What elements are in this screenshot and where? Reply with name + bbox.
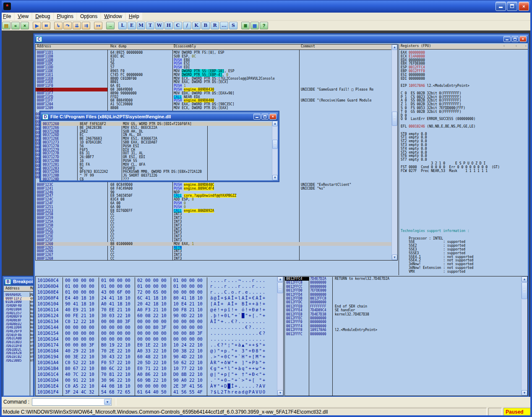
animate-into-button[interactable]: ⇊ bbox=[73, 22, 81, 29]
disasm-row[interactable]: 008F12516A 00PUSH 0 bbox=[36, 205, 392, 209]
disasm-row[interactable]: 008F1268CCINT3 bbox=[36, 257, 392, 260]
engine-scrollbar[interactable]: ▲ ▼ bbox=[272, 121, 278, 180]
engine-disasm-row[interactable]: 0037128DC6??? bbox=[41, 177, 272, 180]
view-breakpoints-button[interactable]: B bbox=[201, 22, 210, 29]
engine-disasm-row[interactable]: 0037126DECIN AL, DX bbox=[41, 133, 272, 137]
register-line[interactable]: O 0 LastErr ERROR_SUCCESS (00000000) bbox=[401, 117, 527, 121]
animate-over-button[interactable]: ⇉ bbox=[82, 22, 90, 29]
view-references-button[interactable]: R bbox=[211, 22, 219, 29]
dump-row[interactable]: 101D60D401 00 00 0001 00 00 0001 00 00 0… bbox=[36, 283, 277, 289]
dump-row[interactable]: 101D60F4E4 40 18 1024 41 18 106C 41 18 1… bbox=[36, 295, 277, 301]
dump-row[interactable]: 101D612400 FE 21 1030 03 22 1060 08 22 1… bbox=[36, 313, 277, 318]
disasm-row[interactable]: 008F12098B08MOV ECX, DWORD PTR DS:[EAX] bbox=[36, 106, 392, 110]
col-hexdump[interactable]: Hex dump bbox=[107, 44, 172, 50]
engine-disasm-row[interactable]: 0037127856PUSH ESI bbox=[41, 144, 272, 148]
cpu-maximize-button[interactable] bbox=[511, 36, 519, 42]
tile-windows-button[interactable]: ▦ bbox=[250, 22, 259, 29]
scroll-thumb[interactable] bbox=[277, 282, 283, 293]
menu-file[interactable]: File bbox=[0, 13, 14, 20]
engine-disasm-row[interactable]: 00371266BE 2AE2ECBEMOV ESI, BEECE22A bbox=[41, 126, 272, 130]
execute-till-return-button[interactable]: ↦ bbox=[94, 22, 102, 29]
minimize-button[interactable] bbox=[495, 2, 506, 11]
disasm-row[interactable]: 008F1266CCINT3 bbox=[36, 249, 392, 253]
stack-row[interactable]: 0012FFDC00000000 bbox=[285, 300, 522, 304]
engine-disasm-row[interactable]: 0037128016PUSH SS bbox=[41, 159, 272, 163]
disasm-row[interactable]: 008F1259CCINT3 bbox=[36, 216, 392, 220]
dump-row[interactable]: 101D610490 41 18 10A0 41 18 1020 42 18 1… bbox=[36, 301, 277, 307]
col-address[interactable]: Address bbox=[36, 44, 107, 50]
disasm-row[interactable]: 008F11FF68 88849D00PUSH engine.009D8488U… bbox=[36, 99, 392, 102]
engine-disasm-row[interactable]: 00371279F6F5DIV CH bbox=[41, 148, 272, 152]
scroll-up-icon[interactable]: ▲ bbox=[272, 121, 278, 126]
cpu-close-button[interactable]: × bbox=[519, 36, 527, 42]
dump-row[interactable]: 101D614400 00 00 0000 00 00 0000 00 80 3… bbox=[36, 324, 277, 330]
register-line[interactable]: FCW 027F Prec NEAR,53 Mask 1 1 1 1 1 1 bbox=[401, 169, 527, 173]
scroll-up-icon[interactable]: ▲ bbox=[277, 276, 283, 282]
go-to-address-button[interactable]: → bbox=[106, 22, 115, 29]
dump-row[interactable]: 101D61D400 91 22 1030 96 22 1060 9B 22 1… bbox=[36, 377, 277, 383]
disasm-row[interactable]: 008F1204A1 5CC39800MOV EAX, DWORD PTR DS… bbox=[36, 102, 392, 106]
pane-collapse-icon[interactable]: ‹ bbox=[515, 44, 517, 48]
view-cpu-button[interactable]: C bbox=[174, 22, 182, 29]
engine-disasm-row[interactable]: 0037128B^ 7F 99JG SHORT 00371226 bbox=[41, 174, 272, 177]
stack-row[interactable]: 0012FFCC00000000 bbox=[285, 285, 522, 289]
register-line[interactable]: VMX : supported bbox=[401, 270, 527, 274]
run-button[interactable]: ▶ bbox=[33, 22, 41, 29]
maximize-button[interactable] bbox=[507, 2, 517, 11]
engine-disasm-row[interactable]: 003712839CPUSHFD bbox=[41, 167, 272, 170]
stack-row[interactable]: 0012FFC47D4E7D2ARETURN to kernel32.7D4E7… bbox=[285, 277, 522, 281]
stack-row[interactable]: 0012FFD400000000 bbox=[285, 293, 522, 297]
register-line[interactable]: Technologies support information : bbox=[401, 229, 527, 233]
register-line[interactable]: EFL 00010246 (NO,NB,E,BE,NS,PE,GE,LE) bbox=[401, 125, 527, 129]
col-comment[interactable]: Comment bbox=[299, 44, 315, 50]
registers-list[interactable]: EAX 00000000ECX E14A0000EDX 00000000EBX … bbox=[401, 51, 527, 173]
stack-row[interactable]: 0012FFD80012FFC8 bbox=[285, 297, 522, 300]
disasm-row[interactable]: 008F1260B8 01000000MOV EAX, 1 bbox=[36, 242, 392, 246]
dump-row[interactable]: 101D618440 29 22 1070 2E 22 10A0 33 22 1… bbox=[36, 348, 277, 354]
engine-maximize-button[interactable] bbox=[261, 114, 269, 120]
cpu-minimize-button[interactable] bbox=[503, 36, 511, 42]
disasm-row[interactable]: 008F125ACCINT3 bbox=[36, 220, 392, 224]
disasm-row[interactable]: 008F125BCCINT3 bbox=[36, 224, 392, 227]
disasm-row[interactable]: 008F124C83C4 08ADD ESP, 8 bbox=[36, 198, 392, 201]
main-titlebar[interactable]: * × bbox=[0, 0, 532, 13]
dump-row[interactable]: 101D6134C0 12 22 1000 00 80 3F00 00 00 0… bbox=[36, 318, 277, 324]
disasm-row[interactable]: 008F123C68 0C849D00PUSH engine.009D840CU… bbox=[36, 183, 392, 187]
menu-window[interactable]: Window bbox=[101, 13, 125, 20]
scroll-down-icon[interactable]: ▼ bbox=[392, 255, 397, 260]
disasm-row[interactable]: 008F11E88B0D C01DBF00MOV ECX, DWORD PTR … bbox=[36, 77, 392, 81]
view-log-button[interactable]: L bbox=[118, 22, 127, 29]
disasm-row[interactable]: 008F1247E8 5465850FCALL core.?appUnwindf… bbox=[36, 194, 392, 198]
breakpoints-col-address[interactable]: Address bbox=[4, 287, 29, 291]
stack-row[interactable]: 0012FFF400000000 bbox=[285, 324, 522, 328]
dump-row[interactable]: 101D617400 00 80 3FB0 19 22 10E0 1E 22 1… bbox=[36, 342, 277, 348]
scroll-up-icon[interactable]: ▲ bbox=[392, 44, 397, 50]
command-input[interactable]: ▼ bbox=[32, 398, 112, 406]
engine-disasm-row[interactable]: 0037126B2AE2SUB AH, DL bbox=[41, 130, 272, 133]
view-threads-button[interactable]: T bbox=[146, 22, 154, 29]
stack-row[interactable]: 0012FFC800000000 bbox=[285, 281, 522, 284]
register-line[interactable]: T 0 GS 002B 32bit 0(FFFFFFFF) bbox=[401, 110, 527, 114]
engine-disasm-row[interactable]: 003712731D 07DA31BCSBB EAX, BC31DA07 bbox=[41, 141, 272, 144]
stack-row[interactable]: 0012FFEC00000000 bbox=[285, 316, 522, 320]
engine-disasm-row[interactable]: 0037126EBE 2A676683MOV ESI, 8366672A bbox=[41, 137, 272, 141]
scroll-thumb[interactable] bbox=[272, 140, 278, 149]
engine-disasm-row[interactable]: 00371281B1 FAMOV CL, 0FA bbox=[41, 163, 272, 167]
stack-row[interactable]: 0012FFE0FFFFFFFFEnd of SEH chain bbox=[285, 305, 522, 308]
dump-row[interactable]: 101D61B480 67 22 10B0 6C 22 10E0 71 22 1… bbox=[36, 365, 277, 371]
engine-dll-titlebar[interactable]: D File C:\Program Files (x86)\Lin2PTS\sy… bbox=[41, 112, 278, 121]
dump-row[interactable]: 101D619400 3E 22 1030 43 22 1060 48 22 1… bbox=[36, 354, 277, 360]
step-into-button[interactable]: ↳ bbox=[54, 22, 63, 29]
col-disassembly[interactable]: Disassembly bbox=[172, 44, 299, 50]
stack-scrollbar[interactable]: ▲ ▼ bbox=[521, 276, 527, 396]
disasm-row[interactable]: 008F11D164:8925 00000000MOV DWORD PTR FS… bbox=[36, 51, 392, 55]
register-line[interactable]: EIP 109178A6 l2.<ModuleEntryPoint> bbox=[401, 84, 527, 88]
dump-row[interactable]: 101D60E401 00 00 0043 00 6F 0072 00 65 0… bbox=[36, 289, 277, 295]
pause-button[interactable]: ▮▮ bbox=[42, 22, 50, 29]
dump-row[interactable]: 101D615400 00 00 0000 00 00 0000 00 00 0… bbox=[36, 330, 277, 336]
engine-minimize-button[interactable] bbox=[253, 114, 261, 120]
disasm-row[interactable]: 008F11E1C745 FC 00000000MOV DWORD PTR SS… bbox=[36, 73, 392, 77]
view-windows-button[interactable]: W bbox=[155, 22, 164, 29]
pane-collapse-icon[interactable]: ‹ bbox=[525, 44, 527, 48]
disasm-row[interactable]: 008F11F78B90 90000000MOV EDX, DWORD PTR … bbox=[36, 91, 392, 95]
